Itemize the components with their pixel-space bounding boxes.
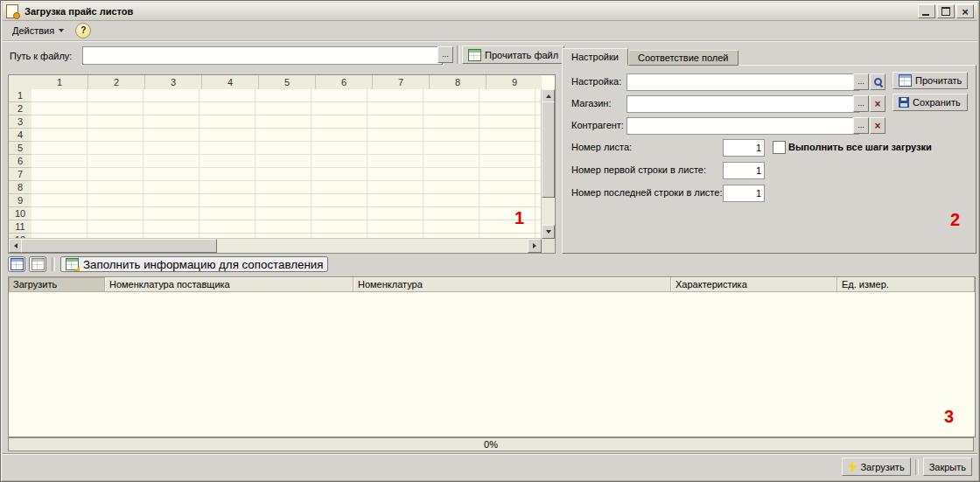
save-settings-button[interactable]: Сохранить bbox=[892, 94, 968, 111]
table-header-0[interactable]: Загрузить bbox=[9, 277, 105, 292]
first-row-label: Номер первой строки в листе: bbox=[571, 164, 706, 175]
help-button[interactable] bbox=[75, 23, 91, 38]
close-button-label: Закрыть bbox=[929, 462, 966, 472]
grid-row-header[interactable]: 4 bbox=[9, 129, 32, 142]
spreadsheet-preview: 123456789 123456789101112 bbox=[8, 74, 556, 254]
horizontal-scroll-thumb[interactable] bbox=[21, 239, 217, 253]
grid-row-header[interactable]: 10 bbox=[9, 207, 32, 220]
table-header-2[interactable]: Номенклатура bbox=[354, 277, 671, 292]
read-file-label: Прочитать файл bbox=[485, 50, 558, 60]
maximize-button[interactable] bbox=[937, 4, 955, 18]
window-title: Загрузка прайс листов bbox=[24, 6, 916, 17]
clear-all-flags-button[interactable] bbox=[29, 256, 46, 272]
mapping-table: ЗагрузитьНоменклатура поставщикаНоменкла… bbox=[8, 276, 976, 437]
kontragent-clear-button[interactable] bbox=[870, 117, 886, 134]
grid-row-header[interactable]: 11 bbox=[9, 220, 32, 234]
nastroyka-label: Настройка: bbox=[571, 76, 621, 87]
grid-row-header[interactable]: 5 bbox=[9, 142, 32, 155]
last-row-label: Номер последней строки в листе: bbox=[571, 187, 722, 198]
progress-text: 0% bbox=[484, 439, 498, 450]
file-browse-button[interactable]: ... bbox=[438, 46, 453, 63]
lightning-icon bbox=[848, 461, 857, 472]
grid-vertical-scrollbar[interactable] bbox=[541, 89, 555, 239]
file-path-input[interactable] bbox=[82, 46, 443, 65]
grid-row-header[interactable]: 2 bbox=[9, 102, 32, 115]
toolbar-separator bbox=[52, 257, 55, 271]
arrow-left-icon bbox=[11, 243, 18, 248]
fill-mapping-icon bbox=[66, 258, 79, 270]
grid-row-headers: 123456789101112 bbox=[9, 89, 32, 239]
titlebar: Загрузка прайс листов bbox=[3, 3, 977, 21]
magazin-browse-button[interactable]: ... bbox=[853, 95, 869, 112]
sheet-number-input[interactable] bbox=[723, 139, 765, 157]
grid-corner[interactable] bbox=[9, 75, 32, 90]
load-button[interactable]: Загрузить bbox=[842, 458, 910, 476]
magazin-input[interactable] bbox=[626, 95, 859, 113]
read-settings-icon bbox=[899, 74, 912, 87]
read-settings-button[interactable]: Прочитать bbox=[892, 72, 968, 89]
close-window-button[interactable]: Закрыть bbox=[923, 458, 972, 476]
scroll-right-button[interactable] bbox=[528, 239, 542, 253]
grid-row-header[interactable]: 8 bbox=[9, 181, 32, 194]
nastroyka-search-button[interactable] bbox=[870, 73, 886, 90]
mapping-table-body[interactable] bbox=[9, 292, 975, 437]
grid-column-header[interactable]: 7 bbox=[373, 75, 430, 89]
close-button[interactable] bbox=[956, 4, 974, 18]
grid-column-headers: 123456789 bbox=[32, 75, 542, 90]
minimize-button[interactable] bbox=[918, 4, 935, 18]
chevron-down-icon bbox=[59, 29, 64, 32]
set-flags-icon bbox=[10, 258, 24, 270]
grid-column-header[interactable]: 5 bbox=[259, 75, 316, 89]
fill-mapping-button[interactable]: Заполнить информацию для сопоставления bbox=[60, 256, 328, 272]
all-steps-checkbox[interactable] bbox=[773, 141, 786, 154]
scrollbar-corner bbox=[542, 239, 555, 253]
all-steps-label: Выполнить все шаги загрузки bbox=[788, 142, 932, 152]
grid-row-header[interactable]: 9 bbox=[9, 194, 32, 207]
save-settings-label: Сохранить bbox=[913, 97, 961, 108]
settings-tabs: Настройки Соответствие полей bbox=[562, 48, 738, 66]
grid-row-header[interactable]: 7 bbox=[9, 168, 32, 181]
last-row-input[interactable] bbox=[723, 185, 765, 202]
grid-column-header[interactable]: 8 bbox=[430, 75, 486, 89]
menubar: Действия bbox=[3, 20, 977, 41]
table-header-4[interactable]: Ед. измер. bbox=[837, 277, 975, 292]
first-row-input[interactable] bbox=[723, 162, 765, 179]
scroll-down-button[interactable] bbox=[542, 225, 555, 239]
table-header-3[interactable]: Характеристика bbox=[671, 277, 837, 292]
grid-cells-area[interactable] bbox=[32, 89, 542, 239]
set-all-flags-button[interactable] bbox=[8, 256, 25, 272]
grid-row-header[interactable]: 3 bbox=[9, 115, 32, 129]
arrow-up-icon bbox=[546, 92, 551, 98]
magnifier-icon bbox=[873, 77, 883, 87]
grid-column-header[interactable]: 9 bbox=[486, 75, 542, 89]
footer-bar: Загрузить Закрыть bbox=[3, 453, 977, 479]
grid-row-header[interactable]: 6 bbox=[9, 155, 32, 168]
grid-column-header[interactable]: 4 bbox=[202, 75, 259, 89]
progress-bar: 0% bbox=[8, 437, 974, 451]
tab-nastroyki[interactable]: Настройки bbox=[562, 48, 628, 66]
vertical-scroll-thumb[interactable] bbox=[542, 101, 555, 198]
kontragent-browse-button[interactable]: ... bbox=[853, 117, 869, 134]
grid-row-header[interactable]: 1 bbox=[9, 89, 32, 102]
clear-flags-icon bbox=[32, 258, 45, 270]
clear-icon bbox=[874, 121, 880, 131]
table-header-1[interactable]: Номенклатура поставщика bbox=[105, 277, 354, 292]
actions-menu[interactable]: Действия bbox=[6, 23, 70, 38]
mapping-table-header: ЗагрузитьНоменклатура поставщикаНоменкла… bbox=[9, 277, 975, 292]
tab-sootvetstvie-poley[interactable]: Соответствие полей bbox=[628, 50, 738, 66]
grid-column-header[interactable]: 1 bbox=[32, 75, 88, 89]
grid-column-header[interactable]: 6 bbox=[316, 75, 373, 89]
minimize-icon bbox=[922, 14, 929, 16]
grid-column-header[interactable]: 3 bbox=[145, 75, 202, 89]
app-icon bbox=[6, 4, 18, 18]
nastroyka-browse-button[interactable]: ... bbox=[853, 73, 869, 90]
grid-column-header[interactable]: 2 bbox=[88, 75, 145, 89]
annotation-2: 2 bbox=[950, 210, 960, 230]
sheet-number-label: Номер листа: bbox=[571, 142, 632, 152]
nastroyka-input[interactable] bbox=[626, 73, 859, 91]
grid-horizontal-scrollbar[interactable] bbox=[9, 238, 542, 253]
magazin-clear-button[interactable] bbox=[870, 95, 886, 112]
read-file-icon bbox=[468, 49, 481, 61]
kontragent-input[interactable] bbox=[626, 117, 859, 135]
read-file-button[interactable]: Прочитать файл bbox=[462, 45, 564, 64]
